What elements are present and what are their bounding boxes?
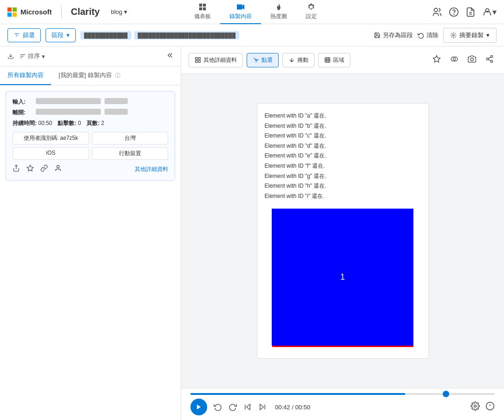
help-icon-btn[interactable] <box>449 7 459 17</box>
download-button[interactable] <box>7 53 14 59</box>
segment-button[interactable]: 區段 ▾ <box>46 28 76 42</box>
svg-point-38 <box>491 56 493 58</box>
area-button[interactable]: 區域 <box>318 53 350 67</box>
svg-rect-3 <box>203 7 206 10</box>
star-toolbar-icon <box>432 55 441 63</box>
collapse-button[interactable] <box>165 51 173 61</box>
fast-forward-icon <box>229 403 237 411</box>
svg-point-8 <box>454 14 454 14</box>
tab-recordings[interactable]: 錄製內容 <box>220 0 261 24</box>
input-value-blurred <box>36 98 101 104</box>
account-icon <box>482 7 492 17</box>
sort-chevron-icon: ▾ <box>42 53 45 60</box>
svg-point-48 <box>474 405 477 407</box>
user-icon-btn[interactable] <box>54 164 62 174</box>
more-details-label: 其他詳細資料 <box>203 56 237 64</box>
step-back-icon <box>243 403 252 411</box>
star-icon <box>26 164 34 172</box>
tab-heatmap[interactable]: 熱度圖 <box>261 0 296 24</box>
compare-icon-btn[interactable] <box>447 52 461 68</box>
filter-button[interactable]: 篩選 <box>7 28 41 42</box>
svg-marker-46 <box>260 404 264 410</box>
sidebar-tab-all-label: 所有錄製內容 <box>7 72 44 79</box>
share-toolbar-icon <box>485 55 494 63</box>
sidebar-tabs: 所有錄製內容 [我的最愛] 錄製內容 ⓘ <box>0 66 181 85</box>
detail-link[interactable]: 其他詳細資料 <box>135 165 168 173</box>
ms-grid-icon <box>7 7 17 17</box>
account-icon-btn[interactable]: ▾ <box>482 7 497 17</box>
leave-label: 離開: <box>13 109 34 117</box>
top-nav: Microsoft Clarity blog ▾ 儀表板 錄製內容 <box>0 0 504 24</box>
svg-rect-24 <box>198 58 200 59</box>
pages-value: 2 <box>101 120 105 126</box>
blog-dropdown[interactable]: blog ▾ <box>111 8 128 15</box>
click-icon <box>253 57 259 63</box>
filter-icon <box>13 32 20 39</box>
nav-tabs: 儀表板 錄製內容 熱度圖 設定 <box>185 0 326 24</box>
preview-text-content: Element with ID "a" 還在. Element with ID … <box>257 104 428 209</box>
total-time: 00:50 <box>295 404 310 411</box>
screenshot-icon-btn[interactable] <box>465 52 479 68</box>
favorite-icon-btn[interactable] <box>430 52 444 68</box>
player-settings-button[interactable] <box>471 401 480 413</box>
compare-icon <box>450 55 458 63</box>
svg-rect-25 <box>196 60 197 62</box>
duration-label: 持續時間: 00:50 <box>13 119 52 127</box>
filter-tag-2[interactable]: ███████████████████████████ <box>134 31 239 39</box>
info-icon <box>485 401 495 411</box>
progress-thumb[interactable] <box>443 391 449 397</box>
save-segment-button[interactable]: 另存為區段 <box>374 31 413 39</box>
sidebar-tab-all[interactable]: 所有錄製內容 <box>0 66 51 85</box>
segment-chevron-icon: ▾ <box>66 32 70 39</box>
star-icon-btn[interactable] <box>26 164 34 174</box>
sort-button[interactable]: 排序 ▾ <box>20 52 45 60</box>
step-back-icon-btn[interactable] <box>243 403 252 411</box>
country-tag: 台灣 <box>92 132 169 144</box>
share-icon <box>13 164 20 172</box>
settings-icon <box>471 401 480 411</box>
sidebar-tab-favorites[interactable]: [我的最愛] 錄製內容 ⓘ <box>51 66 128 85</box>
play-icon <box>196 404 202 410</box>
ms-brand-label: Microsoft <box>20 8 52 16</box>
share-toolbar-icon-btn[interactable] <box>483 52 497 68</box>
gear-icon <box>307 3 315 11</box>
tab-settings[interactable]: 設定 <box>296 0 326 24</box>
share-icon-btn[interactable] <box>13 164 20 174</box>
area-label: 區域 <box>333 56 344 64</box>
user-icon <box>54 164 62 172</box>
video-icon <box>236 3 245 11</box>
account-chevron-icon: ▾ <box>492 7 497 17</box>
step-forward-icon <box>258 403 267 411</box>
play-button[interactable] <box>190 399 207 415</box>
progress-track[interactable] <box>190 393 495 395</box>
player-info-button[interactable] <box>485 401 495 413</box>
element-e: Element with ID "e" 還在. <box>265 151 421 161</box>
step-forward-icon-btn[interactable] <box>258 403 267 411</box>
docs-icon-btn[interactable] <box>465 7 476 17</box>
fast-forward-icon-btn[interactable] <box>229 403 237 411</box>
sort-icon <box>20 53 26 59</box>
session-tags: 使用者識別碼: ae7z5k 台灣 iOS 行動裝置 <box>13 132 168 160</box>
clear-label: 清除 <box>426 31 439 39</box>
element-i: Element with ID "i" 還在. <box>265 191 421 202</box>
click-button[interactable]: 點選 <box>247 53 279 67</box>
tab-dashboard[interactable]: 儀表板 <box>185 0 220 24</box>
player-progress <box>190 393 495 395</box>
save-label: 另存為區段 <box>383 31 413 39</box>
current-time: 00:42 <box>275 404 290 411</box>
filter-bar: 篩選 區段 ▾ ████████████ ███████████████████… <box>0 24 504 46</box>
link-icon-btn[interactable] <box>40 164 48 174</box>
more-details-button[interactable]: 其他詳細資料 <box>189 53 243 67</box>
duration-strong: 持續時間: <box>13 120 37 126</box>
fire-icon <box>275 3 283 11</box>
rewind-icon-btn[interactable] <box>214 403 222 411</box>
scroll-button[interactable]: 捲動 <box>282 53 314 67</box>
summary-button[interactable]: 摘要錄製 ▾ <box>443 28 497 43</box>
summary-chevron-icon: ▾ <box>486 32 490 39</box>
users-icon-btn[interactable] <box>432 7 442 17</box>
filter-tag-1[interactable]: ████████████ <box>80 31 131 39</box>
refresh-icon <box>418 32 424 39</box>
nav-divider <box>61 6 62 19</box>
filter-label: 篩選 <box>23 31 35 39</box>
clear-button[interactable]: 清除 <box>418 31 439 39</box>
